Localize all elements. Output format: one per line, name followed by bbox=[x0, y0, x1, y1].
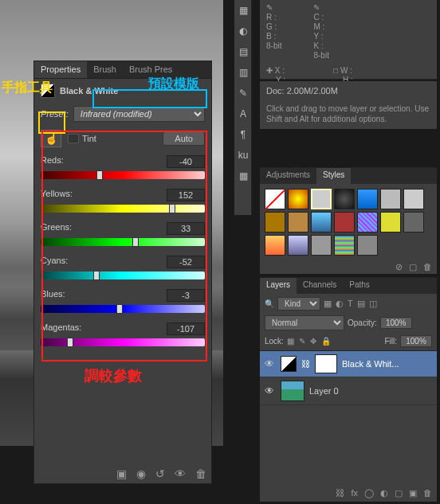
mask-icon[interactable]: ◯ bbox=[364, 488, 374, 498]
style-swatch[interactable] bbox=[311, 235, 332, 256]
style-swatch[interactable] bbox=[403, 212, 424, 232]
filter-shape-icon[interactable]: ▤ bbox=[357, 299, 365, 309]
mask-thumb[interactable] bbox=[315, 354, 337, 373]
swatches-icon[interactable]: ▦ bbox=[236, 169, 250, 183]
style-swatch[interactable] bbox=[311, 189, 332, 209]
layer-list: 👁 ⛓ Black & Whit... 👁 Layer 0 bbox=[260, 350, 437, 405]
opacity-label: Opacity: bbox=[348, 318, 377, 327]
visibility-toggle[interactable]: 👁 bbox=[265, 358, 276, 369]
visibility-icon[interactable]: 👁 bbox=[175, 467, 186, 480]
clear-style-icon[interactable]: ⊘ bbox=[395, 262, 403, 272]
info-k: K : bbox=[313, 41, 328, 50]
filter-type-icon[interactable]: T bbox=[348, 299, 353, 309]
reset-icon[interactable]: ↺ bbox=[155, 467, 165, 480]
filter-adjustment-icon[interactable]: ◐ bbox=[336, 299, 344, 309]
delete-layer-icon[interactable]: 🗑 bbox=[423, 488, 432, 498]
fill-input[interactable] bbox=[400, 335, 432, 347]
style-none[interactable] bbox=[265, 189, 285, 209]
style-swatch[interactable] bbox=[265, 235, 285, 256]
eyedropper-icon: ✎ bbox=[266, 3, 281, 12]
style-swatch[interactable] bbox=[334, 235, 355, 256]
view-previous-icon[interactable]: ◉ bbox=[136, 467, 146, 480]
info-panel: ✎ R : G : B : 8-bit ✎ C : M : Y : K : 8-… bbox=[260, 0, 437, 80]
layer-thumb[interactable] bbox=[281, 381, 304, 401]
layers-icon[interactable]: ▤ bbox=[236, 45, 250, 59]
style-swatch[interactable] bbox=[288, 235, 308, 256]
eyedropper-icon-2: ✎ bbox=[313, 3, 328, 12]
filter-smart-icon[interactable]: ◫ bbox=[369, 299, 377, 309]
style-swatch[interactable] bbox=[357, 189, 378, 209]
opacity-input[interactable] bbox=[380, 317, 412, 329]
filter-pixel-icon[interactable]: ▦ bbox=[324, 299, 332, 309]
fill-label: Fill: bbox=[384, 337, 397, 346]
style-swatch[interactable] bbox=[357, 212, 378, 232]
character-icon[interactable]: A bbox=[236, 107, 250, 121]
styles-panel: Adjustments Styles ⊘ ▢ 🗑 bbox=[260, 167, 437, 274]
annotation-box-params bbox=[41, 131, 207, 361]
layer-name: Black & Whit... bbox=[342, 359, 399, 369]
style-swatch[interactable] bbox=[265, 212, 285, 232]
style-swatch[interactable] bbox=[288, 212, 308, 232]
style-swatch[interactable] bbox=[357, 235, 378, 256]
link-icon[interactable]: ⛓ bbox=[301, 359, 310, 369]
histogram-icon[interactable]: ▦ bbox=[236, 3, 250, 18]
style-swatch[interactable] bbox=[311, 212, 332, 232]
doc-hint: Click and drag to move layer or selectio… bbox=[266, 104, 430, 124]
lock-pixels-icon[interactable]: ✎ bbox=[299, 337, 305, 346]
tab-layers[interactable]: Layers bbox=[260, 278, 297, 294]
annotation-params: 調較參數 bbox=[84, 366, 142, 385]
adjustment-thumb[interactable] bbox=[281, 356, 297, 372]
annotation-hand-tool: 手指工具 bbox=[2, 80, 53, 96]
style-swatch[interactable] bbox=[380, 212, 401, 232]
tab-properties[interactable]: Properties bbox=[34, 61, 87, 78]
adjustments-icon[interactable]: ◐ bbox=[236, 24, 250, 38]
group-icon[interactable]: ▢ bbox=[395, 488, 403, 498]
new-layer-icon[interactable]: ▣ bbox=[409, 488, 417, 498]
info-bit-1: 8-bit bbox=[266, 41, 281, 50]
tab-adjustments[interactable]: Adjustments bbox=[260, 168, 316, 184]
style-swatch[interactable] bbox=[334, 212, 355, 232]
layer-item-bw[interactable]: 👁 ⛓ Black & Whit... bbox=[260, 351, 437, 377]
delete-style-icon[interactable]: 🗑 bbox=[423, 262, 432, 272]
info-m: M : bbox=[313, 22, 328, 31]
doc-info: Doc: 2.00M/2.00M Click and drag to move … bbox=[260, 81, 437, 129]
tab-brush[interactable]: Brush bbox=[87, 61, 123, 78]
style-swatch[interactable] bbox=[380, 189, 401, 209]
delete-icon[interactable]: 🗑 bbox=[195, 467, 206, 480]
fill-adjustment-icon[interactable]: ◐ bbox=[380, 488, 388, 498]
kuler-icon[interactable]: ku bbox=[236, 148, 250, 162]
tab-channels[interactable]: Channels bbox=[297, 278, 343, 294]
tab-paths[interactable]: Paths bbox=[343, 278, 376, 294]
lock-transparency-icon[interactable]: ▦ bbox=[287, 337, 294, 346]
clip-icon[interactable]: ▣ bbox=[116, 467, 127, 480]
info-bit-2: 8-bit bbox=[313, 51, 328, 60]
tab-styles[interactable]: Styles bbox=[316, 168, 351, 184]
style-swatch[interactable] bbox=[403, 189, 424, 209]
vertical-toolbar: ▦ ◐ ▤ ▥ ✎ A ¶ ku ▦ bbox=[234, 0, 252, 215]
annotation-box-preset bbox=[92, 89, 207, 108]
filter-kind-select[interactable]: Kind bbox=[277, 297, 320, 311]
blend-mode-select[interactable]: Normal bbox=[265, 315, 344, 330]
layer-item-0[interactable]: 👁 Layer 0 bbox=[260, 377, 437, 405]
preset-select[interactable]: Infrared (modified) bbox=[73, 106, 205, 122]
layers-panel: Layers Channels Paths 🔍 Kind ▦ ◐ T ▤ ◫ N… bbox=[260, 277, 437, 502]
info-g: G : bbox=[266, 22, 281, 31]
doc-size: Doc: 2.00M/2.00M bbox=[266, 86, 430, 96]
visibility-toggle[interactable]: 👁 bbox=[265, 385, 276, 397]
style-swatch[interactable] bbox=[288, 189, 308, 209]
style-swatch[interactable] bbox=[334, 189, 355, 209]
properties-footer: ▣ ◉ ↺ 👁 🗑 bbox=[116, 467, 206, 480]
layer-name: Layer 0 bbox=[309, 386, 339, 396]
link-layers-icon[interactable]: ⛓ bbox=[336, 488, 344, 498]
lock-all-icon[interactable]: 🔒 bbox=[321, 337, 331, 346]
channels-icon[interactable]: ▥ bbox=[236, 65, 250, 80]
paragraph-icon[interactable]: ¶ bbox=[236, 127, 250, 142]
paths-icon[interactable]: ✎ bbox=[236, 86, 250, 100]
lock-position-icon[interactable]: ✥ bbox=[310, 337, 316, 346]
info-b: B : bbox=[266, 32, 281, 41]
info-x: X : bbox=[275, 66, 285, 75]
fx-icon[interactable]: fx bbox=[351, 488, 358, 498]
info-r: R : bbox=[266, 13, 281, 21]
info-y: Y : bbox=[313, 32, 328, 41]
new-style-icon[interactable]: ▢ bbox=[409, 262, 417, 272]
